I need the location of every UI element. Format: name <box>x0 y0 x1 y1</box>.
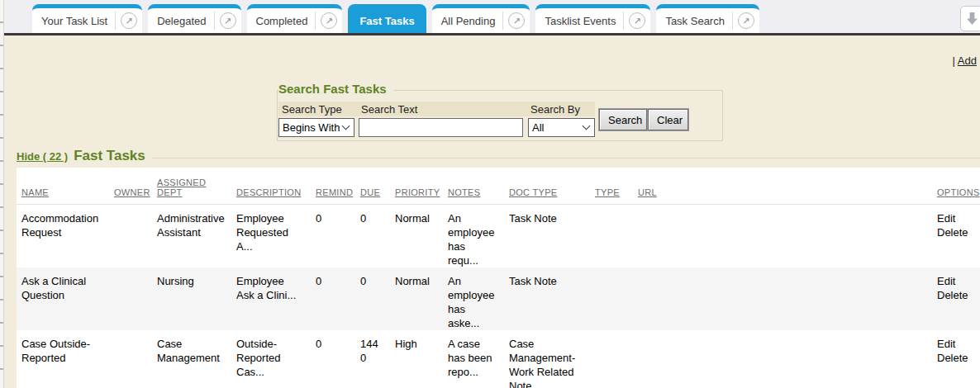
search-panel-title: Search Fast Tasks <box>278 82 394 96</box>
column-header-options[interactable]: OPTIONS <box>937 187 980 197</box>
cell-due: 0 <box>355 267 390 330</box>
cell-type <box>590 267 633 330</box>
tab-label: Fast Tasks <box>359 15 414 27</box>
selected-value: Begins With <box>283 121 340 134</box>
column-header-assigned-dept[interactable]: ASSIGNED DEPT <box>157 177 208 197</box>
column-header-notes[interactable]: NOTES <box>448 187 480 197</box>
content-area: | Add Search Fast Tasks Search Type Sear… <box>0 35 980 388</box>
search-type-select[interactable]: Begins With <box>278 118 354 137</box>
chevron-down-icon <box>583 122 591 130</box>
delete-link[interactable]: Delete <box>937 288 973 302</box>
clear-button[interactable]: Clear <box>648 109 688 130</box>
heading-rule <box>152 158 980 159</box>
search-by-select[interactable]: All <box>528 118 595 137</box>
column-header-remind[interactable]: REMIND <box>316 187 353 197</box>
tab-your-task-list[interactable]: Your Task List ↗ <box>32 4 142 33</box>
open-in-window-icon[interactable]: ↗ <box>508 12 525 29</box>
tab-label: Your Task List <box>41 15 107 27</box>
tab-label: All Pending <box>441 15 496 27</box>
edit-link[interactable]: Edit <box>937 337 973 351</box>
edit-link[interactable]: Edit <box>937 274 973 288</box>
column-header-owner[interactable]: OWNER <box>114 187 150 197</box>
cell-options: Edit Delete <box>932 204 980 267</box>
tab-label: Delegated <box>157 15 206 27</box>
arrow-glyph: ↗ <box>224 17 231 26</box>
cell-priority: Normal <box>390 204 443 267</box>
search-by-label: Search By <box>530 103 580 116</box>
column-header-doc-type[interactable]: DOC TYPE <box>509 187 557 197</box>
table-row: Accommodation Request Administrative Ass… <box>17 204 980 267</box>
open-in-window-icon[interactable]: ↗ <box>121 12 137 29</box>
arrow-glyph: ↗ <box>742 17 749 26</box>
column-header-name[interactable]: NAME <box>21 187 49 197</box>
cell-url <box>633 267 932 330</box>
cell-due: 0 <box>355 204 390 267</box>
add-row: | Add <box>0 35 980 68</box>
arrow-glyph: ↗ <box>126 17 133 26</box>
tab-completed[interactable]: Completed ↗ <box>247 4 343 33</box>
tab-divider <box>115 12 116 30</box>
tab-label: Task Search <box>665 15 725 27</box>
cell-description: Employee Requested A... <box>231 204 311 267</box>
fast-tasks-table-container: NAME OWNER ASSIGNED DEPT DESCRIPTION REM… <box>17 168 980 388</box>
tab-divider <box>214 12 215 30</box>
cell-doc-type: Task Note <box>504 204 590 267</box>
open-in-window-icon[interactable]: ↗ <box>321 12 337 29</box>
tab-divider <box>315 12 316 30</box>
column-header-priority[interactable]: PRIORITY <box>395 187 440 197</box>
divider-bar <box>0 33 980 35</box>
cell-description: Outside-Reported Cas... <box>231 330 311 388</box>
column-header-type[interactable]: TYPE <box>595 187 620 197</box>
delete-link[interactable]: Delete <box>937 225 973 239</box>
add-link[interactable]: Add <box>958 54 977 67</box>
list-title: Fast Tasks <box>74 148 145 164</box>
cell-remind: 0 <box>311 330 355 388</box>
search-button[interactable]: Search <box>599 109 647 130</box>
search-type-label: Search Type <box>282 103 342 116</box>
list-heading: Hide ( 22 ) Fast Tasks <box>17 148 980 168</box>
tasklist-screen: Your Task List ↗ Delegated ↗ Completed ↗… <box>0 0 980 388</box>
cell-doc-type: Case Management-Work Related Note <box>504 330 590 388</box>
pipe-separator: | <box>953 54 955 67</box>
tab-all-pending[interactable]: All Pending ↗ <box>432 4 530 33</box>
hide-count-link[interactable]: Hide ( 22 ) <box>17 150 68 163</box>
tab-task-search[interactable]: Task Search ↗ <box>656 4 759 33</box>
open-in-window-icon[interactable]: ↗ <box>220 12 236 29</box>
arrow-glyph: ↗ <box>634 17 641 26</box>
arrow-glyph: ↗ <box>326 17 333 26</box>
cell-priority: High <box>390 330 443 388</box>
edit-link[interactable]: Edit <box>937 211 973 225</box>
tab-divider <box>502 12 503 30</box>
search-text-input[interactable] <box>359 118 523 137</box>
cell-remind: 0 <box>311 204 355 267</box>
cell-assigned-dept: Nursing <box>152 267 231 330</box>
cell-notes: A case has been repo... <box>443 330 504 388</box>
cell-remind: 0 <box>311 267 355 330</box>
delete-link[interactable]: Delete <box>937 351 973 365</box>
cell-name: Accommodation Request <box>17 204 109 267</box>
column-header-description[interactable]: DESCRIPTION <box>236 187 301 197</box>
tab-delegated[interactable]: Delegated ↗ <box>148 4 240 33</box>
column-header-due[interactable]: DUE <box>360 187 380 197</box>
column-header-url[interactable]: URL <box>638 187 657 197</box>
tab-bar: Your Task List ↗ Delegated ↗ Completed ↗… <box>0 0 980 33</box>
cell-priority: Normal <box>390 267 443 330</box>
cell-description: Employee Ask a Clini... <box>231 267 311 330</box>
cell-assigned-dept: Administrative Assistant <box>152 204 231 267</box>
tab-tasklist-events[interactable]: Tasklist Events ↗ <box>535 4 650 33</box>
resize-gutter[interactable] <box>0 0 4 388</box>
cell-url <box>633 204 932 267</box>
open-in-window-icon[interactable]: ↗ <box>629 12 645 29</box>
open-in-window-icon[interactable]: ↗ <box>738 12 754 29</box>
cell-owner <box>109 204 152 267</box>
cell-due: 1440 <box>355 330 390 388</box>
cell-url <box>633 330 932 388</box>
tab-fast-tasks[interactable]: Fast Tasks <box>348 4 426 33</box>
cell-type <box>590 204 633 267</box>
arrow-glyph: ↗ <box>513 17 521 26</box>
scroll-down-button[interactable] <box>960 6 980 31</box>
cell-options: Edit Delete <box>932 330 980 388</box>
cell-doc-type: Task Note <box>504 267 590 330</box>
tab-label: Completed <box>256 15 308 27</box>
tab-label: Tasklist Events <box>545 15 616 27</box>
